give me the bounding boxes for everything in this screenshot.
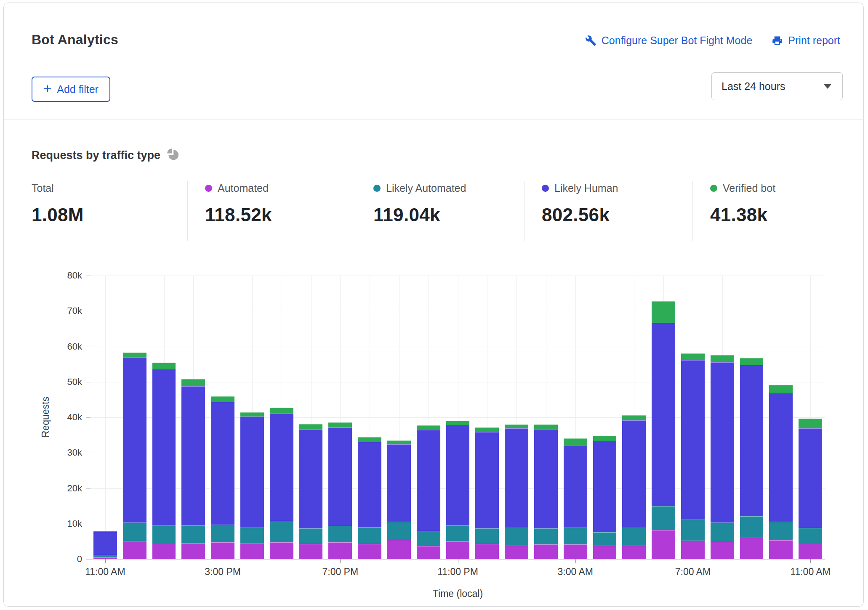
bar-2-00-pm [181,276,205,559]
x-axis-tick [458,559,458,563]
segment-verified-bot [211,396,234,402]
segment-automated [711,542,734,559]
segment-verified-bot [152,363,176,369]
segment-likely-automated [270,521,293,542]
section-title-label: Requests by traffic type [32,149,160,162]
segment-verified-bot [299,424,323,430]
segment-automated [123,541,146,559]
segment-likely-automated [505,527,528,546]
y-axis-label: 30k [25,447,82,458]
segment-automated [270,542,293,559]
segment-verified-bot [652,301,675,323]
header-divider [4,119,864,119]
configure-super-bot-fight-mode-link[interactable]: Configure Super Bot Fight Mode [585,34,753,47]
segment-likely-automated [769,522,793,540]
segment-likely-automated [799,528,822,543]
wrench-icon [585,35,596,46]
bar-9-00-am [740,276,764,559]
segment-likely-human [211,402,234,525]
bar-5-00-pm [270,276,293,559]
segment-likely-human [240,416,264,528]
segment-verified-bot [534,424,558,429]
bar-4-00-am [593,276,617,559]
bar-10-00-pm [417,276,440,559]
bar-11-00-pm [446,276,470,559]
segment-automated [799,543,822,559]
y-axis-tick [86,453,91,453]
stats-separator [187,181,188,241]
segment-verified-bot [358,437,381,442]
x-axis-tick [575,559,576,563]
segment-verified-bot [799,419,822,428]
legend-dot-icon [205,185,212,192]
stat-value: 41.38k [710,204,857,225]
segment-automated [299,544,323,559]
segment-likely-human [299,430,323,528]
segment-likely-human [270,414,293,521]
segment-verified-bot [593,436,617,441]
x-axis-label: 11:00 AM [790,566,830,578]
stat-automated[interactable]: Automated118.52k [205,182,352,225]
segment-automated [240,544,264,559]
y-axis-tick [86,524,91,524]
segment-verified-bot [564,438,587,445]
stat-verified-bot[interactable]: Verified bot41.38k [710,182,857,225]
legend-dot-icon [710,185,717,192]
header-actions: Configure Super Bot Fight Mode Print rep… [585,34,840,47]
y-axis-tick [86,417,91,418]
segment-likely-human [799,428,822,528]
bar-3-00-pm [211,276,234,559]
pie-chart-icon [167,148,179,162]
bar-6-00-pm [299,276,323,559]
y-axis-label: 10k [25,518,82,529]
configure-link-label: Configure Super Bot Fight Mode [602,34,753,47]
segment-likely-automated [299,528,323,544]
bar-2-00-am [534,276,558,559]
x-axis-title: Time (local) [91,588,825,599]
time-range-select[interactable]: Last 24 hours [711,72,843,100]
bar-5-00-am [622,276,646,559]
bar-11-00-am [799,276,822,559]
print-report-link[interactable]: Print report [772,34,840,47]
add-filter-button[interactable]: + Add filter [32,77,110,102]
segment-likely-human [123,357,146,522]
bar-1-00-pm [152,276,176,559]
bar-8-00-pm [358,276,381,559]
segment-automated [152,543,176,559]
stat-value: 118.52k [205,204,352,225]
segment-likely-automated [211,525,234,542]
legend-dot-icon [542,185,549,192]
segment-likely-automated [240,528,264,544]
segment-likely-automated [417,531,440,546]
page-title: Bot Analytics [32,32,118,48]
stat-label: Automated [218,182,269,194]
segment-automated [564,544,587,559]
stat-label: Total [32,182,54,194]
segment-likely-automated [593,532,617,546]
stat-likely-automated[interactable]: Likely Automated119.04k [373,182,521,225]
segment-likely-human [152,369,176,525]
time-range-value: Last 24 hours [722,80,785,93]
segment-likely-human [505,428,528,526]
segment-verified-bot [240,412,264,416]
y-axis-tick [86,347,91,347]
x-axis-tick [223,559,223,563]
stats-separator [356,181,356,241]
x-axis-tick [105,559,106,563]
segment-verified-bot [123,353,146,357]
bar-7-00-am [681,276,705,559]
segment-automated [740,538,764,559]
bar-1-00-am [505,276,528,559]
stat-likely-human[interactable]: Likely Human802.56k [542,182,689,225]
segment-likely-human [328,427,352,525]
x-axis-label: 3:00 AM [557,566,593,578]
add-filter-label: Add filter [57,83,99,95]
segment-likely-human [564,445,587,528]
bar-4-00-pm [240,276,264,559]
stat-value: 802.56k [542,204,689,225]
segment-likely-automated [387,522,411,540]
y-axis-tick [86,488,91,489]
bar-3-00-am [564,276,587,559]
segment-verified-bot [446,421,470,425]
chevron-down-icon [823,84,832,89]
